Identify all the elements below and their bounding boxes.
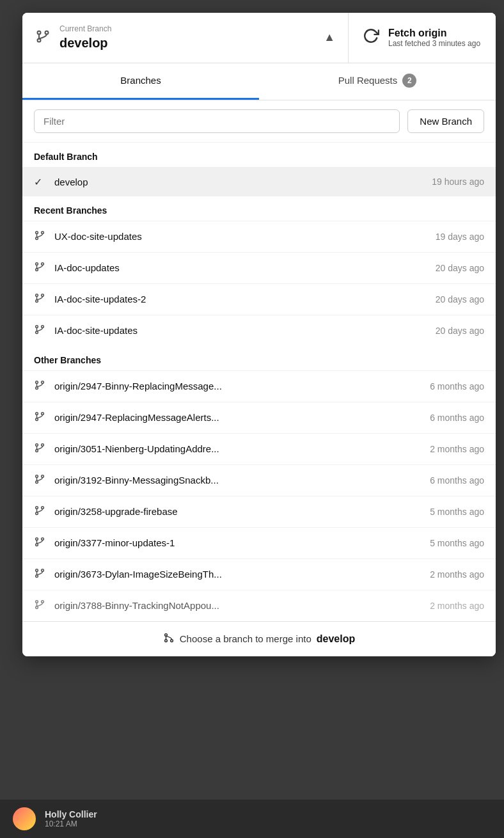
refresh-icon bbox=[363, 28, 379, 48]
branch-item-time: 6 months ago bbox=[430, 475, 484, 486]
branch-item-time: 19 days ago bbox=[436, 232, 484, 242]
section-default-branch: Default Branch bbox=[22, 143, 496, 167]
tab-branches-label: Branches bbox=[120, 75, 161, 86]
current-branch-button[interactable]: Current Branch develop ▲ bbox=[22, 13, 348, 63]
merge-footer[interactable]: Choose a branch to merge into develop bbox=[22, 621, 496, 656]
chevron-up-icon: ▲ bbox=[324, 31, 335, 44]
branch-item-time: 20 days ago bbox=[436, 326, 484, 336]
branch-item-time: 5 months ago bbox=[430, 507, 484, 517]
branch-item-2947-binny[interactable]: origin/2947-Binny-ReplacingMessage... 6 … bbox=[22, 370, 496, 402]
branch-item-name: origin/2947-Binny-ReplacingMessage... bbox=[54, 381, 422, 391]
check-icon: ✓ bbox=[34, 176, 47, 188]
git-branch-icon bbox=[35, 29, 51, 47]
branch-item-3258[interactable]: origin/3258-upgrade-firebase 5 months ag… bbox=[22, 496, 496, 527]
fetch-title: Fetch origin bbox=[388, 28, 480, 39]
branch-item-ia-doc-site[interactable]: IA-doc-site-updates 20 days ago bbox=[22, 315, 496, 346]
git-branch-small-icon bbox=[34, 261, 47, 275]
branch-item-time: 5 months ago bbox=[430, 538, 484, 548]
fetch-subtitle: Last fetched 3 minutes ago bbox=[388, 39, 480, 48]
git-branch-small-icon bbox=[34, 379, 47, 393]
branch-name: develop bbox=[59, 35, 111, 51]
git-branch-small-icon bbox=[34, 567, 47, 581]
branch-item-ux-doc[interactable]: UX-doc-site-updates 19 days ago bbox=[22, 221, 496, 252]
branch-info: Current Branch develop bbox=[59, 24, 111, 51]
tab-bar: Branches Pull Requests 2 bbox=[22, 63, 496, 100]
git-branch-small-icon bbox=[34, 536, 47, 550]
branch-item-name: IA-doc-updates bbox=[54, 262, 428, 273]
section-other-branches: Other Branches bbox=[22, 346, 496, 370]
branch-item-time: 2 months ago bbox=[430, 444, 484, 454]
git-branch-small-icon bbox=[34, 599, 47, 613]
branch-item-time: 6 months ago bbox=[430, 381, 484, 391]
branch-item-name: origin/2947-ReplacingMessageAlerts... bbox=[54, 412, 422, 423]
footer-text: Choose a branch to merge into bbox=[180, 633, 311, 644]
footer-branch-name: develop bbox=[317, 633, 355, 645]
branch-item-name: origin/3788-Binny-TrackingNotAppou... bbox=[54, 600, 422, 611]
branch-item-3192[interactable]: origin/3192-Binny-MessagingSnackb... 6 m… bbox=[22, 464, 496, 496]
branch-item-time: 20 days ago bbox=[436, 263, 484, 273]
branch-item-3051[interactable]: origin/3051-Nienberg-UpdatingAddre... 2 … bbox=[22, 433, 496, 464]
git-branch-small-icon bbox=[34, 473, 47, 487]
branch-panel: Current Branch develop ▲ Fetch origin La… bbox=[22, 13, 496, 656]
branch-item-time: 20 days ago bbox=[436, 294, 484, 304]
branch-item-develop[interactable]: ✓ develop 19 hours ago bbox=[22, 167, 496, 196]
branch-item-name: origin/3192-Binny-MessagingSnackb... bbox=[54, 475, 422, 486]
tab-pull-requests-label: Pull Requests bbox=[338, 75, 398, 86]
user-info: Holly Collier 10:21 AM bbox=[45, 809, 97, 828]
merge-icon bbox=[163, 632, 175, 646]
branch-item-3673[interactable]: origin/3673-Dylan-ImageSizeBeingTh... 2 … bbox=[22, 558, 496, 590]
git-branch-small-icon bbox=[34, 230, 47, 244]
branch-item-time: 2 months ago bbox=[430, 601, 484, 611]
branch-item-3788[interactable]: origin/3788-Binny-TrackingNotAppou... 2 … bbox=[22, 590, 496, 621]
branch-item-name: IA-doc-site-updates bbox=[54, 325, 428, 336]
branch-item-ia-doc-site-2[interactable]: IA-doc-site-updates-2 20 days ago bbox=[22, 283, 496, 315]
branch-item-name: develop bbox=[54, 177, 424, 187]
branch-item-2947-replacing[interactable]: origin/2947-ReplacingMessageAlerts... 6 … bbox=[22, 402, 496, 433]
branch-item-ia-doc[interactable]: IA-doc-updates 20 days ago bbox=[22, 252, 496, 283]
branch-item-name: origin/3377-minor-updates-1 bbox=[54, 537, 422, 548]
pull-requests-badge: 2 bbox=[402, 74, 416, 88]
user-name: Holly Collier bbox=[45, 809, 97, 819]
new-branch-button[interactable]: New Branch bbox=[407, 109, 484, 133]
branch-item-name: IA-doc-site-updates-2 bbox=[54, 294, 428, 304]
section-recent-branches: Recent Branches bbox=[22, 196, 496, 221]
bottom-bar: Holly Collier 10:21 AM bbox=[0, 800, 504, 838]
branch-item-name: UX-doc-site-updates bbox=[54, 231, 428, 242]
branch-item-name: origin/3051-Nienberg-UpdatingAddre... bbox=[54, 443, 422, 454]
branch-item-3377[interactable]: origin/3377-minor-updates-1 5 months ago bbox=[22, 527, 496, 558]
filter-row: New Branch bbox=[22, 100, 496, 143]
avatar bbox=[13, 807, 36, 830]
branch-item-time: 6 months ago bbox=[430, 413, 484, 423]
git-branch-small-icon bbox=[34, 411, 47, 425]
branch-label: Current Branch bbox=[59, 24, 111, 35]
branch-item-name: origin/3673-Dylan-ImageSizeBeingTh... bbox=[54, 569, 422, 580]
fetch-origin-button[interactable]: Fetch origin Last fetched 3 minutes ago bbox=[349, 13, 496, 63]
git-branch-small-icon bbox=[34, 505, 47, 519]
branch-item-name: origin/3258-upgrade-firebase bbox=[54, 506, 422, 517]
git-branch-small-icon bbox=[34, 292, 47, 306]
git-branch-small-icon bbox=[34, 324, 47, 338]
tab-pull-requests[interactable]: Pull Requests 2 bbox=[259, 63, 496, 100]
user-time: 10:21 AM bbox=[45, 819, 97, 828]
filter-input[interactable] bbox=[34, 109, 400, 133]
fetch-info: Fetch origin Last fetched 3 minutes ago bbox=[388, 28, 480, 48]
git-branch-small-icon bbox=[34, 442, 47, 456]
tab-branches[interactable]: Branches bbox=[22, 63, 259, 100]
branch-item-time: 2 months ago bbox=[430, 569, 484, 580]
panel-header: Current Branch develop ▲ Fetch origin La… bbox=[22, 13, 496, 63]
branch-list: Default Branch ✓ develop 19 hours ago Re… bbox=[22, 143, 496, 621]
branch-item-time: 19 hours ago bbox=[432, 177, 484, 187]
